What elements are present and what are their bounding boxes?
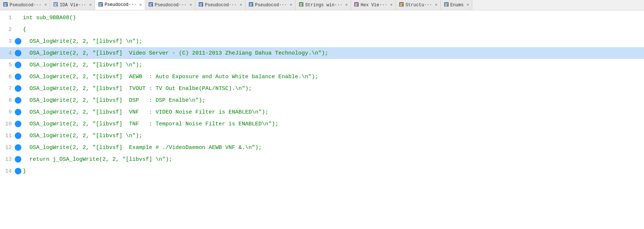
code-line: 1int sub_9BBA08() — [0, 12, 644, 24]
pseudo-icon — [198, 2, 203, 8]
tab-label: Pseudocod··· — [205, 3, 237, 8]
tab-close-button[interactable]: ✕ — [189, 3, 192, 7]
code-text: OSA_logWrite(2, 2, "[libvsf] TVOUT : TV … — [23, 86, 252, 92]
line-number: 13 — [0, 156, 15, 163]
tab-t2[interactable]: IDA Vie···✕ — [50, 0, 95, 10]
breakpoint-indicator[interactable] — [15, 168, 21, 174]
tab-close-button[interactable]: ✕ — [240, 3, 242, 7]
svg-rect-29 — [355, 3, 358, 4]
code-text: OSA_logWrite(2, 2, "[libvsf] Example # .… — [23, 145, 262, 151]
tab-close-button[interactable]: ✕ — [390, 3, 393, 7]
line-number: 2 — [0, 27, 15, 33]
code-area: 1int sub_9BBA08()2{3 OSA_logWrite(2, 2, … — [0, 10, 644, 229]
svg-rect-10 — [99, 4, 101, 5]
code-line: 13 return j_OSA_logWrite(2, 2, "[libvsf]… — [0, 153, 644, 165]
breakpoint-indicator[interactable] — [15, 62, 21, 68]
code-text: OSA_logWrite(2, 2, "[libvsf] VNF : VIDEO… — [23, 109, 268, 115]
line-number: 6 — [0, 74, 15, 80]
breakpoint-indicator[interactable] — [15, 144, 21, 151]
svg-rect-5 — [54, 3, 57, 4]
breakpoint-indicator[interactable] — [15, 50, 21, 56]
tab-label: Pseudocod··· — [10, 3, 41, 8]
tab-label: Pseudocod··· — [255, 3, 287, 8]
svg-rect-35 — [400, 6, 403, 6]
breakpoint-indicator[interactable] — [15, 97, 21, 104]
svg-rect-2 — [4, 4, 6, 5]
line-number: 10 — [0, 121, 15, 127]
tab-t9[interactable]: Structu···✕ — [396, 0, 441, 10]
code-line: 4 OSA_logWrite(2, 2, "[libvsf] Video Ser… — [0, 47, 644, 59]
no-breakpoint — [15, 26, 21, 33]
line-number: 5 — [0, 62, 15, 68]
no-breakpoint — [15, 14, 21, 21]
svg-rect-22 — [250, 4, 252, 5]
svg-rect-19 — [199, 6, 202, 6]
enums-icon — [444, 2, 449, 8]
tab-t6[interactable]: Pseudocod···✕ — [246, 0, 296, 10]
svg-rect-3 — [4, 6, 7, 6]
line-number: 11 — [0, 133, 15, 139]
tab-label: Pseudocod··· — [155, 3, 187, 8]
svg-rect-6 — [54, 4, 56, 5]
tab-t1[interactable]: Pseudocod···✕ — [0, 0, 50, 10]
strings-icon — [299, 2, 304, 8]
svg-rect-27 — [300, 6, 302, 6]
line-number: 14 — [0, 168, 15, 174]
code-text: OSA_logWrite(2, 2, "[libvsf] TNF : Tempo… — [23, 121, 278, 127]
tab-label: Pseudocod··· — [105, 2, 136, 7]
line-number: 7 — [0, 86, 15, 92]
pseudo-icon — [3, 2, 8, 8]
line-number: 3 — [0, 38, 15, 45]
hex-icon — [354, 2, 359, 8]
breakpoint-indicator[interactable] — [15, 156, 21, 163]
tab-close-button[interactable]: ✕ — [44, 3, 47, 7]
code-text: OSA_logWrite(2, 2, "[libvsf] \n"); — [23, 38, 142, 45]
svg-rect-26 — [300, 4, 302, 5]
tab-close-button[interactable]: ✕ — [89, 3, 92, 7]
code-line: 5 OSA_logWrite(2, 2, "[libvsf] \n"); — [0, 59, 644, 71]
tab-label: Structu··· — [405, 3, 432, 8]
svg-rect-9 — [99, 3, 102, 4]
code-text: { — [23, 27, 26, 33]
svg-rect-30 — [355, 4, 357, 5]
code-text: OSA_logWrite(2, 2, "[libvsf] DSP : DSP E… — [23, 97, 205, 104]
svg-rect-25 — [300, 3, 303, 4]
breakpoint-indicator[interactable] — [15, 85, 21, 92]
svg-rect-31 — [355, 6, 358, 6]
svg-rect-38 — [445, 4, 447, 5]
pseudo-icon — [148, 2, 153, 8]
tab-t4[interactable]: Pseudocod···✕ — [145, 0, 195, 10]
code-line: 3 OSA_logWrite(2, 2, "[libvsf] \n"); — [0, 35, 644, 47]
breakpoint-indicator[interactable] — [15, 121, 21, 127]
code-line: 8 OSA_logWrite(2, 2, "[libvsf] DSP : DSP… — [0, 94, 644, 106]
svg-rect-33 — [400, 3, 403, 4]
breakpoint-indicator[interactable] — [15, 73, 21, 80]
line-number: 1 — [0, 15, 15, 21]
code-line: 9 OSA_logWrite(2, 2, "[libvsf] VNF : VID… — [0, 106, 644, 118]
code-line: 2{ — [0, 24, 644, 35]
tab-t8[interactable]: Hex Vie···✕ — [351, 0, 396, 10]
tab-close-button[interactable]: ✕ — [139, 3, 142, 7]
svg-rect-18 — [199, 4, 202, 5]
line-number: 12 — [0, 145, 15, 151]
tab-t7[interactable]: Strings win···✕ — [296, 0, 351, 10]
svg-rect-23 — [250, 6, 252, 6]
svg-rect-21 — [250, 3, 253, 4]
code-text: int sub_9BBA08() — [23, 15, 76, 21]
tab-t3[interactable]: Pseudocod···✕ — [95, 0, 145, 10]
tab-label: IDA Vie··· — [60, 3, 86, 8]
tab-close-button[interactable]: ✕ — [435, 3, 438, 7]
breakpoint-indicator[interactable] — [15, 132, 21, 139]
tab-close-button[interactable]: ✕ — [345, 3, 348, 7]
tab-close-button[interactable]: ✕ — [290, 3, 292, 7]
tab-t10[interactable]: Enums✕ — [441, 0, 473, 10]
pseudo-icon — [248, 2, 254, 8]
breakpoint-indicator[interactable] — [15, 38, 21, 45]
code-text: OSA_logWrite(2, 2, "[libvsf] AEWB : Auto… — [23, 74, 318, 80]
pseudo-icon — [98, 2, 103, 8]
breakpoint-indicator[interactable] — [15, 109, 21, 115]
tab-close-button[interactable]: ✕ — [467, 3, 469, 7]
ida-icon — [53, 2, 58, 8]
code-line: 7 OSA_logWrite(2, 2, "[libvsf] TVOUT : T… — [0, 83, 644, 94]
tab-t5[interactable]: Pseudocod···✕ — [195, 0, 246, 10]
